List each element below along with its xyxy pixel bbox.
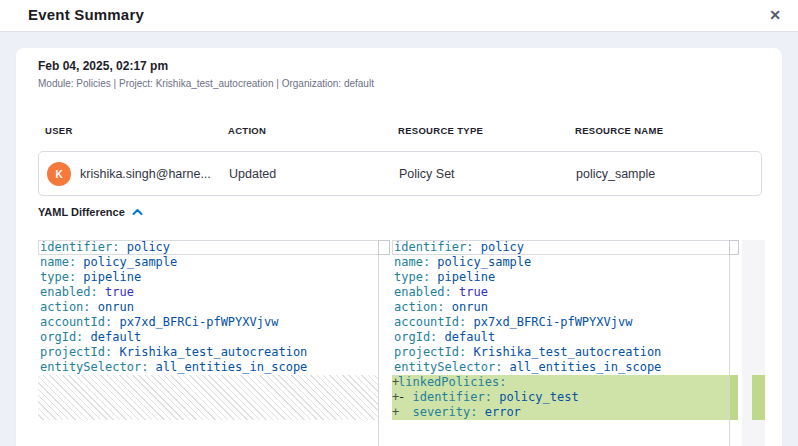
code-line: name: policy_sample [38, 255, 378, 270]
column-header-action: ACTION [228, 125, 266, 136]
code-line: type: pipeline [392, 270, 729, 285]
modal-header: Event Summary ✕ [0, 0, 798, 32]
avatar: K [47, 162, 71, 186]
code-line: entitySelector: all_entities_in_scope [392, 360, 729, 375]
code-line: orgId: default [392, 330, 729, 345]
code-line: accountId: px7xd_BFRCi-pfWPYXVjvw [38, 315, 378, 330]
chevron-up-icon [132, 208, 143, 216]
deleted-lines-placeholder [38, 375, 378, 420]
code-line: action: onrun [392, 300, 729, 315]
code-line: name: policy_sample [392, 255, 729, 270]
code-line: type: pipeline [38, 270, 378, 285]
code-line: + severity: error [392, 405, 738, 420]
event-timestamp: Feb 04, 2025, 02:17 pm [38, 59, 168, 73]
yaml-diff-editor: identifier: policyname: policy_sampletyp… [38, 240, 765, 446]
column-header-resource-name: RESOURCE NAME [575, 125, 663, 136]
overview-ruler-insert-decoration [730, 375, 738, 420]
close-button[interactable]: ✕ [762, 2, 788, 28]
yaml-difference-toggle[interactable]: YAML Difference [38, 206, 143, 218]
code-line: enabled: true [38, 285, 378, 300]
scrollbar-insert-decoration [752, 375, 765, 420]
code-line: identifier: policy [392, 240, 729, 255]
event-meta: Module: Policies | Project: Krishika_tes… [38, 78, 374, 89]
table-row: K krishika.singh@harne... Updated Policy… [38, 151, 762, 196]
code-line: accountId: px7xd_BFRCi-pfWPYXVjvw [392, 315, 729, 330]
event-summary-card: Feb 04, 2025, 02:17 pm Module: Policies … [16, 48, 782, 446]
cell-resource-name: policy_sample [576, 152, 655, 195]
code-line: projectId: Krishika_test_autocreation [38, 345, 378, 360]
overview-ruler-cursor-marker-right [729, 240, 739, 255]
avatar-initial: K [55, 169, 62, 180]
code-line: action: onrun [38, 300, 378, 315]
cell-resource-type: Policy Set [399, 152, 455, 195]
diff-pane-modified[interactable]: identifier: policyname: policy_sampletyp… [392, 240, 729, 446]
diff-pane-original[interactable]: identifier: policyname: policy_sampletyp… [38, 240, 378, 446]
code-line: enabled: true [392, 285, 729, 300]
page-title: Event Summary [28, 6, 144, 23]
code-line: +- identifier: policy_test [392, 390, 738, 405]
code-line: identifier: policy [38, 240, 378, 255]
close-icon: ✕ [769, 7, 781, 23]
column-header-user: USER [45, 125, 73, 136]
code-line: +linkedPolicies: [392, 375, 738, 390]
code-line: entitySelector: all_entities_in_scope [38, 360, 378, 375]
diff-divider-left [378, 240, 379, 446]
code-line: projectId: Krishika_test_autocreation [392, 345, 729, 360]
cell-user: krishika.singh@harne... [80, 152, 211, 195]
column-header-resource-type: RESOURCE TYPE [398, 125, 483, 136]
code-line: orgId: default [38, 330, 378, 345]
cell-action: Updated [229, 152, 276, 195]
overview-ruler-cursor-marker-left [378, 240, 390, 255]
yaml-difference-label: YAML Difference [38, 206, 125, 218]
